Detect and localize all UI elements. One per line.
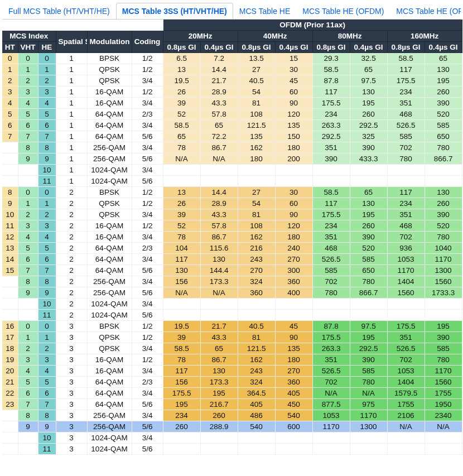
mcs-index-cell: 5 <box>38 377 56 388</box>
table-row[interactable]: 1011024-QAM3/4 <box>2 165 462 176</box>
table-row[interactable]: 1577264-QAM5/6130144.4270300585650117013… <box>2 265 462 276</box>
tab-bar: Full MCS Table (HT/VHT/HE)MCS Table 3SS … <box>2 2 461 20</box>
rate-cell: 19.5 <box>163 75 200 86</box>
rate-cell <box>387 444 425 455</box>
bw-header: 40MHz <box>238 31 312 42</box>
rate-cell: 234 <box>312 109 350 120</box>
table-row[interactable]: 882256-QAM3/4156173.33243607027801404156… <box>2 276 462 287</box>
table-row[interactable]: 1133216-QAM1/25257.8108120234260468520 <box>2 220 462 232</box>
table-row[interactable]: 1031024-QAM3/4 <box>2 432 462 444</box>
rate-cell: 1560 <box>425 276 462 287</box>
table-row[interactable]: 992256-QAM5/6N/AN/A360400780866.71560173… <box>2 287 462 299</box>
rate-cell: 200 <box>275 153 312 165</box>
modulation-cell: 64-QAM <box>87 265 132 276</box>
table-row[interactable]: 1131024-QAM5/6 <box>2 444 462 455</box>
mcs-index-cell: 9 <box>2 198 18 209</box>
table-row[interactable]: 993256-QAM5/6260288.954060011701300N/AN/… <box>2 421 462 432</box>
rate-cell: 52 <box>163 220 200 232</box>
table-row[interactable]: 883256-QAM3/4234260486540105311702106234… <box>2 410 462 421</box>
rate-cell <box>387 165 425 176</box>
tab[interactable]: MCS Table HE (OFDM) <box>296 3 390 20</box>
rate-cell: 135 <box>275 343 312 354</box>
coding-cell: 3/4 <box>132 142 163 153</box>
table-row[interactable]: 2266364-QAM3/4175.5195364.5405N/AN/A1579… <box>2 388 462 399</box>
table-row[interactable]: 1121024-QAM5/6 <box>2 310 462 321</box>
rate-cell: 87.8 <box>312 75 350 86</box>
rate-cell: 702 <box>312 276 350 287</box>
table-row[interactable]: 2044316-QAM3/4117130243270526.5585105311… <box>2 366 462 377</box>
rate-cell <box>200 176 238 187</box>
rate-cell: 360 <box>275 276 312 287</box>
rate-cell: 288.9 <box>200 421 238 432</box>
tab[interactable]: MCS Table HE <box>233 3 297 20</box>
modulation-cell: 1024-QAM <box>87 165 132 176</box>
table-row[interactable]: 1111QPSK1/21314.4273058.565117130 <box>2 64 462 75</box>
rate-cell <box>200 310 238 321</box>
mcs-index-cell: 3 <box>18 220 38 232</box>
rate-cell: 117 <box>387 64 425 75</box>
rate-cell: 1170 <box>312 421 350 432</box>
table-row[interactable]: 10222QPSK3/43943.38190175.5195351390 <box>2 209 462 220</box>
table-row[interactable]: 1244216-QAM3/47886.7162180351390702780 <box>2 232 462 243</box>
rate-cell <box>200 432 238 444</box>
table-row[interactable]: 991256-QAM5/6N/AN/A180200390433.3780866.… <box>2 153 462 165</box>
modulation-cell: 64-QAM <box>87 120 132 131</box>
modulation-cell: 1024-QAM <box>87 299 132 310</box>
rate-cell: 180 <box>275 354 312 366</box>
rate-cell: 117 <box>312 86 350 98</box>
mcs-index-cell <box>18 444 38 455</box>
modulation-cell: 1024-QAM <box>87 444 132 455</box>
rate-cell: 108 <box>238 220 275 232</box>
rate-cell: 1579.5 <box>387 388 425 399</box>
mcs-index-cell: 2 <box>38 343 56 354</box>
table-row[interactable]: 1021024-QAM3/4 <box>2 299 462 310</box>
rate-cell: 13.5 <box>238 53 275 64</box>
mcs-table: OFDM (Prior 11ax)MCS IndexSpatial SModul… <box>2 20 462 455</box>
tab[interactable]: Full MCS Table (HT/VHT/HE) <box>2 3 116 20</box>
table-row[interactable]: 666164-QAM3/458.565121.5135263.3292.5526… <box>2 120 462 131</box>
table-row[interactable]: 881256-QAM3/47886.7162180351390702780 <box>2 142 462 153</box>
rate-cell: 19.5 <box>163 321 200 332</box>
table-row[interactable]: 1111024-QAM5/6 <box>2 176 462 187</box>
table-row[interactable]: 1355264-QAM2/3104115.6216240468520936104… <box>2 243 462 254</box>
table-row[interactable]: 8002BPSK1/21314.4273058.565117130 <box>2 187 462 198</box>
table-row[interactable]: 2221QPSK3/419.521.740.54587.897.5175.519… <box>2 75 462 86</box>
tab[interactable]: MCS Table HE (OFDMA) <box>390 3 461 20</box>
table-row[interactable]: 333116-QAM1/22628.95460117130234260 <box>2 86 462 98</box>
table-row[interactable]: 16003BPSK1/219.521.740.54587.897.5175.51… <box>2 321 462 332</box>
table-row[interactable]: 1466264-QAM3/4117130243270526.5585105311… <box>2 254 462 265</box>
mcs-index-cell: 9 <box>18 421 38 432</box>
coding-cell: 1/2 <box>132 198 163 209</box>
rate-cell: 780 <box>425 354 462 366</box>
mcs-index-cell <box>2 153 18 165</box>
spatial-streams-cell: 1 <box>56 176 87 187</box>
mcs-index-cell: 0 <box>2 53 18 64</box>
mcs-index-cell: 3 <box>2 86 18 98</box>
table-row[interactable]: 0001BPSK1/26.57.213.51529.332.558.565 <box>2 53 462 64</box>
table-row[interactable]: 777164-QAM5/66572.2135150292.5325585650 <box>2 131 462 142</box>
table-row[interactable]: 2377364-QAM5/6195216.7405450877.59751755… <box>2 399 462 410</box>
modulation-cell: 256-QAM <box>87 153 132 165</box>
spatial-streams-cell: 1 <box>56 120 87 131</box>
mcs-index-cell: 4 <box>2 98 18 109</box>
rate-cell: 156 <box>163 276 200 287</box>
rate-cell: 263.3 <box>312 120 350 131</box>
mcs-index-cell <box>2 165 18 176</box>
table-row[interactable]: 2155364-QAM2/3156173.3324360702780140415… <box>2 377 462 388</box>
tab[interactable]: MCS Table 3SS (HT/VHT/HE) <box>116 3 233 20</box>
rate-cell: 650 <box>350 265 387 276</box>
mcs-index-cell: 8 <box>18 276 38 287</box>
rate-cell: 130 <box>163 265 200 276</box>
coding-cell: 2/3 <box>132 243 163 254</box>
table-row[interactable]: 17113QPSK1/23943.38190175.5195351390 <box>2 332 462 343</box>
rate-cell: 364.5 <box>238 388 275 399</box>
table-row[interactable]: 444116-QAM3/43943.38190175.5195351390 <box>2 98 462 109</box>
mcs-index-cell: 8 <box>18 410 38 421</box>
coding-cell: 3/4 <box>132 120 163 131</box>
table-row[interactable]: 555164-QAM2/35257.8108120234260468520 <box>2 109 462 120</box>
rate-cell: 117 <box>163 366 200 377</box>
table-row[interactable]: 9112QPSK1/22628.95460117130234260 <box>2 198 462 209</box>
table-row[interactable]: 1933316-QAM1/27886.7162180351390702780 <box>2 354 462 366</box>
table-row[interactable]: 18223QPSK3/458.565121.5135263.3292.5526.… <box>2 343 462 354</box>
spatial-streams-cell: 1 <box>56 53 87 64</box>
